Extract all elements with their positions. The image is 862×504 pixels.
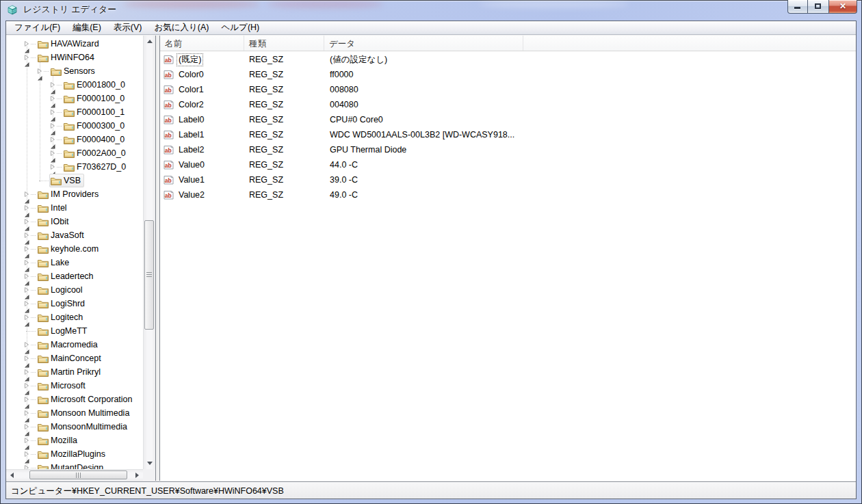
value-type-cell: REG_SZ xyxy=(244,55,324,64)
string-value-icon xyxy=(164,55,174,64)
folder-icon xyxy=(64,122,75,131)
folder-icon xyxy=(64,108,75,117)
tree-item-label-group[interactable]: LogMeTT xyxy=(36,324,91,338)
folder-icon xyxy=(38,395,49,404)
tree-item-label: F0000100_0 xyxy=(77,94,125,103)
tree-item-label-group[interactable]: Intel xyxy=(36,201,70,215)
scroll-left-button[interactable] xyxy=(6,470,18,481)
tree-item-label-group[interactable]: F0000400_0 xyxy=(62,133,128,146)
app-body: ファイル(F)編集(E)表示(V)お気に入り(A)ヘルプ(H) HAVAWiza… xyxy=(5,21,857,499)
folder-icon xyxy=(38,313,49,322)
tree-item-label-group[interactable]: F0000300_0 xyxy=(62,119,128,133)
title-bar[interactable]: レジストリ エディター ✕ xyxy=(0,0,862,21)
tree-item-label-group[interactable]: F703627D_0 xyxy=(62,160,129,174)
tree-item-label-group[interactable]: LogiShrd xyxy=(36,297,88,310)
tree-item-label-group[interactable]: HAVAWizard xyxy=(36,37,103,51)
arrow-left-icon xyxy=(10,473,14,478)
tree-item-label-group[interactable]: keyhole.com xyxy=(36,242,102,256)
value-row[interactable]: Value2 REG_SZ 49.0 -C xyxy=(160,187,856,202)
value-row[interactable]: Value1 REG_SZ 39.0 -C xyxy=(160,172,856,187)
tree-item-label-group[interactable]: E0001800_0 xyxy=(62,78,129,92)
folder-icon xyxy=(64,81,75,90)
folder-icon xyxy=(38,272,49,281)
tree-item-label: F703627D_0 xyxy=(77,162,126,172)
scroll-down-button[interactable] xyxy=(144,457,155,469)
value-name-cell[interactable]: Value2 xyxy=(160,189,244,200)
string-value-icon xyxy=(164,70,174,79)
tree-vertical-scrollbar[interactable] xyxy=(143,36,155,469)
scroll-up-button[interactable] xyxy=(144,36,155,47)
tree-item-label-group[interactable]: MonsoonMultimedia xyxy=(36,420,131,434)
tree-item-label-group[interactable]: Lake xyxy=(36,256,73,269)
tree-item-label: MonsoonMultimedia xyxy=(51,422,127,432)
value-name-cell[interactable]: Value1 xyxy=(160,174,244,185)
menu-item[interactable]: ファイル(F) xyxy=(8,21,66,36)
menu-item[interactable]: ヘルプ(H) xyxy=(216,21,266,36)
tree-item-label-group[interactable]: Monsoon Multimedia xyxy=(36,406,133,420)
value-name-cell[interactable]: Label1 xyxy=(160,129,244,140)
tree-horizontal-scrollbar[interactable] xyxy=(6,469,143,481)
value-data-cell: 49.0 -C xyxy=(324,190,856,200)
value-name-cell[interactable]: Label0 xyxy=(160,114,244,125)
column-header-data[interactable]: データ xyxy=(324,36,523,51)
minimize-button[interactable] xyxy=(787,0,808,14)
tree-item-label-group[interactable]: Microsoft Corporation xyxy=(36,393,136,406)
string-value-icon xyxy=(164,116,174,124)
value-data-cell: (値の設定なし) xyxy=(324,54,856,66)
value-row[interactable]: (既定) REG_SZ (値の設定なし) xyxy=(160,52,856,67)
tree-item-label: IObit xyxy=(51,217,68,226)
tree-item-label-group[interactable]: Martin Prikryl xyxy=(36,365,104,379)
tree-item-label-group[interactable]: Logitech xyxy=(36,310,86,324)
tree-item-label-group[interactable]: F0000100_1 xyxy=(62,105,128,119)
folder-icon xyxy=(38,40,49,49)
value-type-cell: REG_SZ xyxy=(244,130,324,140)
tree-item-label-group[interactable]: MozillaPlugins xyxy=(36,447,109,461)
column-header-name[interactable]: 名前 xyxy=(160,36,244,51)
tree-item-label-group[interactable]: Macromedia xyxy=(36,338,101,352)
string-value-icon xyxy=(164,176,174,185)
tree-item-label-group[interactable]: F0000100_0 xyxy=(62,92,128,105)
value-row[interactable]: Color0 REG_SZ ff0000 xyxy=(160,67,856,82)
folder-icon xyxy=(38,382,49,390)
tree-item-label-group[interactable]: HWiNFO64 xyxy=(36,51,98,64)
value-data-cell: CPU#0 Core0 xyxy=(324,115,856,124)
value-name-cell[interactable]: Value0 xyxy=(160,159,244,170)
column-header-type[interactable]: 種類 xyxy=(244,36,324,51)
value-name-cell[interactable]: Label2 xyxy=(160,144,244,155)
folder-icon xyxy=(38,190,49,199)
vertical-scroll-thumb[interactable] xyxy=(144,220,154,330)
horizontal-scroll-thumb[interactable] xyxy=(29,470,127,479)
tree-item-label-group[interactable]: IObit xyxy=(36,215,72,228)
folder-icon xyxy=(38,286,49,295)
value-name-cell[interactable]: (既定) xyxy=(160,53,244,66)
tree-item-label-group[interactable]: Logicool xyxy=(36,283,86,297)
folder-icon xyxy=(64,149,75,158)
tree-item-label-group[interactable]: F0002A00_0 xyxy=(62,146,129,160)
tree-item-label-group[interactable]: VSB xyxy=(49,174,84,187)
scroll-right-button[interactable] xyxy=(131,470,143,481)
menu-item[interactable]: お気に入り(A) xyxy=(148,21,215,36)
tree-item-label-group[interactable]: MainConcept xyxy=(36,352,105,365)
tree-item-label-group[interactable]: IM Providers xyxy=(36,187,102,201)
value-row[interactable]: Value0 REG_SZ 44.0 -C xyxy=(160,157,856,172)
value-type-cell: REG_SZ xyxy=(244,175,324,185)
tree-item-label-group[interactable]: Leadertech xyxy=(36,269,97,283)
value-row[interactable]: Label0 REG_SZ CPU#0 Core0 xyxy=(160,112,856,127)
menu-item[interactable]: 表示(V) xyxy=(107,21,148,36)
value-name-cell[interactable]: Color1 xyxy=(160,84,244,95)
tree-item-label-group[interactable]: Mozilla xyxy=(36,434,81,447)
tree-item-label-group[interactable]: MutantDesign xyxy=(36,461,107,469)
close-button[interactable]: ✕ xyxy=(829,0,857,14)
value-row[interactable]: Label2 REG_SZ GPU Thermal Diode xyxy=(160,142,856,157)
value-name-cell[interactable]: Color0 xyxy=(160,69,244,80)
value-row[interactable]: Label1 REG_SZ WDC WD5001AALS-00L3B2 [WD-… xyxy=(160,127,856,142)
maximize-button[interactable] xyxy=(808,0,829,14)
value-row[interactable]: Color1 REG_SZ 008080 xyxy=(160,82,856,97)
tree-item-label-group[interactable]: Sensors xyxy=(49,64,99,78)
content-area: HAVAWizard HWiNFO64 Sensors E0001800_0 xyxy=(6,36,856,481)
value-name-cell[interactable]: Color2 xyxy=(160,99,244,110)
tree-item-label-group[interactable]: Microsoft xyxy=(36,379,89,393)
tree-item-label-group[interactable]: JavaSoft xyxy=(36,228,88,242)
value-row[interactable]: Color2 REG_SZ 004080 xyxy=(160,97,856,112)
menu-item[interactable]: 編集(E) xyxy=(66,21,107,36)
